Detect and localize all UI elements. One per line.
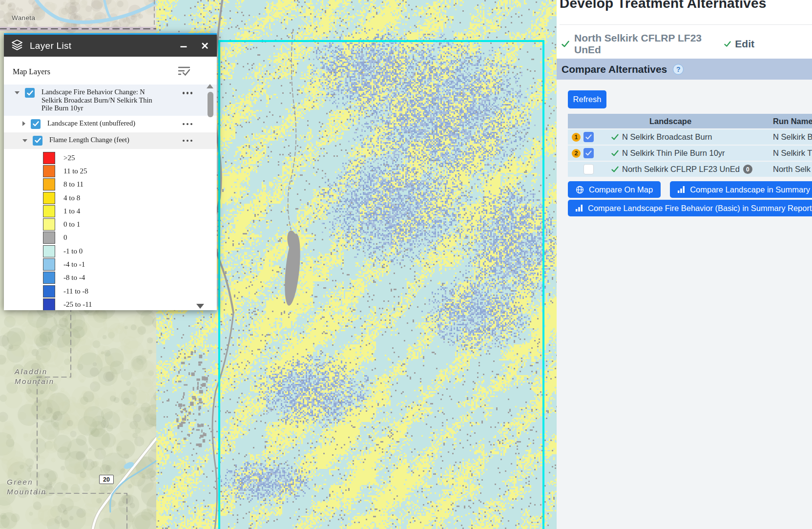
layer-list-header: Layer List – ✕ [4, 35, 217, 57]
landscape-name-cell: North Selkirk CFLRP LF23 UnEd0 [611, 165, 752, 174]
legend-label: 8 to 11 [63, 180, 83, 189]
edit-link[interactable]: Edit [724, 38, 754, 50]
layer-row[interactable]: Landscape Extent (unbuffered) [4, 116, 217, 132]
button-label: Compare On Map [589, 185, 653, 194]
table-row: 2N Selkirk Thin Pile Burn 10yrN Selkirk … [568, 146, 812, 161]
layers-icon [11, 39, 23, 53]
check-icon [724, 41, 731, 47]
layer-name: Landscape Extent (unbuffered) [47, 119, 170, 127]
chevron-down-icon[interactable] [22, 139, 27, 142]
bar-chart-icon [678, 186, 685, 193]
order-badge: 2 [572, 149, 581, 158]
run-name-cell: N Selkirk B [773, 132, 812, 142]
landscape-run-label: North Selkirk CFLRP LF23 UnEd [622, 165, 740, 174]
legend-item: -25 to -11 [4, 298, 217, 310]
legend-color-swatch [43, 152, 55, 164]
layer-checkbox[interactable] [31, 119, 41, 129]
row-checkbox[interactable] [583, 148, 594, 158]
table-header-row: Landscape Run Name [568, 114, 812, 128]
layer-options-icon[interactable] [183, 140, 193, 142]
iftdss-map-page: Waneta Aladdin Mountain Green Mountain 2… [0, 0, 812, 529]
legend-color-swatch [43, 218, 55, 231]
edit-label: Edit [735, 38, 754, 50]
chevron-right-icon[interactable] [22, 121, 25, 126]
landscape-name: North Selkirk CFLRP LF23 UnEd [574, 32, 724, 56]
dot [187, 92, 189, 94]
legend-color-swatch [43, 245, 55, 257]
legend-item: 11 to 25 [4, 165, 217, 178]
run-name-cell: North Selk [773, 165, 812, 174]
count-badge: 0 [743, 165, 752, 174]
table-row: 1N Selkirk Broadcast BurnN Selkirk B [568, 129, 812, 145]
compare-alternatives-title: Compare Alternatives [562, 63, 667, 75]
run-name-cell: N Selkirk T [773, 148, 812, 158]
legend-color-swatch [43, 232, 55, 244]
legend-label: 1 to 4 [63, 207, 80, 215]
help-icon[interactable]: ? [673, 64, 684, 75]
legend-label: 0 to 1 [63, 220, 80, 229]
layer-options-icon[interactable] [183, 123, 193, 126]
legend-item: 8 to 11 [4, 178, 217, 191]
layer-row[interactable]: Flame Length Change (feet) [4, 132, 217, 149]
globe-icon [576, 186, 584, 194]
develop-treatment-alternatives-panel: Develop Treatment Alternatives North Sel… [557, 0, 812, 529]
layer-checkbox[interactable] [33, 136, 42, 146]
check-icon [611, 166, 619, 172]
landscape-run-label: N Selkirk Thin Pile Burn 10yr [622, 148, 725, 158]
scroll-up-arrow-icon[interactable] [207, 84, 213, 88]
legend-item: 4 to 8 [4, 191, 217, 204]
legend-item: 1 to 4 [4, 205, 217, 218]
chevron-down-icon[interactable] [15, 91, 20, 94]
legend-label: 11 to 25 [63, 167, 87, 175]
order-badge: 1 [572, 133, 581, 142]
layer-checkbox[interactable] [25, 88, 35, 98]
check-icon [611, 150, 619, 156]
landscape-row: North Selkirk CFLRP LF23 UnEd Edit [562, 32, 812, 56]
landscape-run-label: N Selkirk Broadcast Burn [622, 132, 712, 142]
column-header-run-name: Run Name [773, 117, 812, 126]
layer-options-icon[interactable] [183, 92, 193, 94]
compare-on-map-button[interactable]: Compare On Map [568, 181, 661, 198]
divider [560, 24, 812, 25]
legend-label: -11 to -8 [63, 287, 88, 296]
layer-name: Landscape Fire Behavior Change: N Selkir… [42, 88, 165, 112]
dot [187, 140, 189, 142]
legend-label: -8 to -4 [63, 274, 85, 282]
landscape-cell: 1N Selkirk Broadcast Burn [568, 129, 773, 145]
legend-item: 0 to 1 [4, 218, 217, 231]
close-icon[interactable]: ✕ [201, 40, 209, 52]
layer-row[interactable]: Landscape Fire Behavior Change: N Selkir… [4, 85, 217, 116]
legend-item: -8 to -4 [4, 271, 217, 284]
layer-list-title: Layer List [30, 41, 71, 51]
dot [183, 92, 185, 94]
row-checkbox[interactable] [583, 132, 594, 142]
compare-alternatives-header: Compare Alternatives ? [557, 59, 812, 80]
landscape-name-cell: N Selkirk Broadcast Burn [611, 132, 712, 142]
scroll-down-arrow-icon[interactable] [196, 304, 204, 309]
landscape-cell: North Selkirk CFLRP LF23 UnEd0 [568, 162, 773, 177]
dot [187, 123, 189, 126]
legend-label: >25 [63, 154, 75, 162]
legend-color-swatch [43, 298, 55, 310]
legend-color-swatch [43, 165, 55, 177]
legend-label: -1 to 0 [63, 247, 83, 255]
layer-name: Flame Length Change (feet) [49, 136, 172, 144]
row-checkbox[interactable] [583, 164, 594, 174]
legend-item: -11 to -8 [4, 284, 217, 297]
check-icon [562, 41, 569, 47]
dot [190, 123, 193, 126]
dot [190, 140, 193, 142]
scrollbar-thumb[interactable] [208, 92, 213, 117]
compare-alternatives-section: Refresh Landscape Run Name 1N Selkirk Br… [557, 80, 812, 529]
minimize-button[interactable]: – [180, 41, 187, 51]
legend-color-swatch [43, 272, 55, 284]
legend-item: -4 to -1 [4, 258, 217, 271]
table-row: North Selkirk CFLRP LF23 UnEd0North Selk [568, 162, 812, 177]
compare-landscape-summary-button[interactable]: Compare Landscape in Summary Rep [670, 181, 812, 198]
legend-color-swatch [43, 285, 55, 297]
check-icon [611, 134, 619, 140]
legend-color-swatch [43, 258, 55, 271]
refresh-button[interactable]: Refresh [568, 90, 606, 108]
compare-fire-behavior-basic-button[interactable]: Compare Landscape Fire Behavior (Basic) … [568, 200, 812, 216]
toggle-all-layers-icon[interactable] [178, 65, 190, 79]
